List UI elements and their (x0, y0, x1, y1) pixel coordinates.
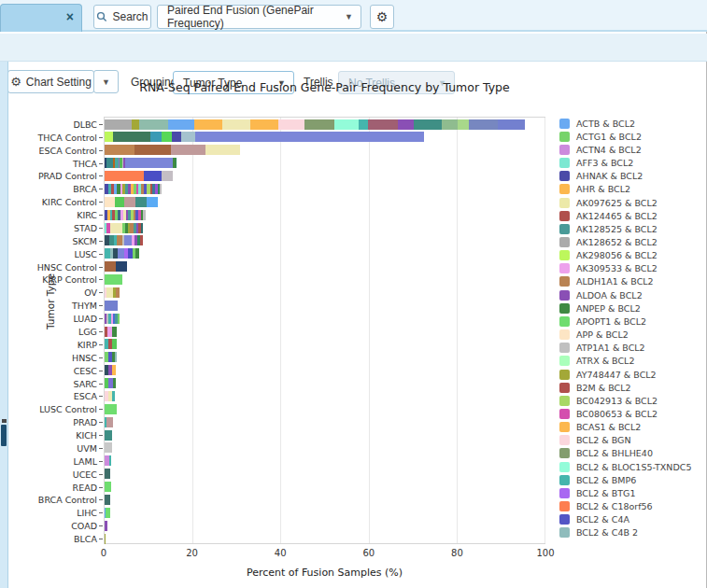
settings-button[interactable]: ⚙ (370, 5, 394, 29)
bar-segment[interactable] (171, 145, 206, 155)
bar-segment[interactable] (172, 132, 182, 142)
bar-esca[interactable] (105, 391, 544, 401)
bar-prad[interactable] (105, 417, 544, 427)
bar-segment[interactable] (106, 417, 113, 427)
bar-segment[interactable] (105, 482, 111, 492)
bar-segment[interactable] (162, 132, 172, 142)
bar-brca-control[interactable] (105, 495, 544, 505)
bar-cesc[interactable] (105, 365, 544, 375)
bar-dlbc[interactable] (105, 119, 544, 130)
bar-segment[interactable] (469, 119, 498, 130)
bar-segment[interactable] (115, 352, 117, 362)
chart-setting-button[interactable]: ⚙ Chart Setting (7, 70, 94, 93)
bar-segment[interactable] (105, 171, 144, 181)
bar-segment[interactable] (124, 235, 132, 245)
bar-segment[interactable] (106, 508, 110, 518)
bar-segment[interactable] (458, 119, 469, 130)
legend-item[interactable]: AFF3 & BCL2 (559, 156, 707, 169)
legend-item[interactable]: AK097625 & BCL2 (559, 196, 707, 209)
bar-read[interactable] (105, 482, 544, 492)
view-selector[interactable]: Paired End Fusion (GenePair Frequency) ▼ (157, 5, 361, 29)
bar-hnsc[interactable] (105, 352, 544, 362)
bar-segment[interactable] (205, 145, 239, 155)
bar-segment[interactable] (105, 442, 112, 453)
bar-segment[interactable] (278, 119, 304, 130)
legend-item[interactable]: BCL2 & C18orf56 (559, 500, 707, 513)
bar-segment[interactable] (498, 119, 525, 130)
bar-segment[interactable] (116, 261, 127, 272)
bar-sarc[interactable] (105, 378, 544, 388)
bar-ov[interactable] (105, 287, 544, 298)
bar-segment[interactable] (134, 145, 171, 155)
legend-item[interactable]: AK298056 & BCL2 (559, 249, 707, 262)
bar-ucec[interactable] (105, 469, 544, 479)
bar-kirc[interactable] (105, 210, 544, 220)
legend-item[interactable]: APP & BCL2 (559, 329, 707, 342)
bar-thym[interactable] (105, 301, 544, 311)
bar-segment[interactable] (147, 197, 158, 207)
legend-item[interactable]: BCL2 & C4A (559, 513, 707, 526)
bar-segment[interactable] (144, 171, 162, 181)
bar-segment[interactable] (168, 119, 194, 130)
bar-prad-control[interactable] (105, 171, 544, 181)
bar-thca[interactable] (105, 158, 544, 168)
bar-segment[interactable] (105, 469, 110, 479)
bar-segment[interactable] (398, 119, 414, 130)
bar-segment[interactable] (116, 287, 120, 298)
bar-segment[interactable] (359, 119, 368, 130)
bar-segment[interactable] (132, 119, 139, 130)
bar-segment[interactable] (368, 119, 398, 130)
bar-segment[interactable] (118, 248, 124, 259)
legend-item[interactable]: BCL2 & BMP6 (559, 473, 707, 486)
bar-lihc[interactable] (105, 508, 544, 518)
search-button[interactable]: Search (93, 5, 151, 29)
bar-segment[interactable] (150, 132, 162, 142)
bar-segment[interactable] (181, 132, 194, 142)
bar-segment[interactable] (250, 119, 278, 130)
legend-item[interactable]: AK309533 & BCL2 (559, 262, 707, 275)
bar-laml[interactable] (105, 455, 544, 466)
legend-item[interactable]: BCL2 & BGN (559, 434, 707, 447)
bar-kirp[interactable] (105, 339, 544, 349)
legend-item[interactable]: AHR & BCL2 (559, 183, 707, 196)
bar-segment[interactable] (118, 314, 120, 324)
legend-item[interactable]: BCL2 & BTG1 (559, 486, 707, 499)
legend-item[interactable]: AHNAK & BCL2 (559, 170, 707, 183)
legend-item[interactable]: AK124465 & BCL2 (559, 209, 707, 222)
bar-segment[interactable] (106, 287, 114, 298)
bar-segment[interactable] (194, 119, 223, 130)
bar-stad[interactable] (105, 223, 544, 233)
legend-item[interactable]: BCL2 & C4B 2 (559, 526, 707, 539)
bar-segment[interactable] (113, 132, 150, 142)
bar-coad[interactable] (105, 521, 544, 531)
bar-kirc-control[interactable] (105, 197, 544, 207)
legend-item[interactable]: AY748447 & BCL2 (559, 368, 707, 381)
bar-segment[interactable] (105, 261, 116, 272)
bar-segment[interactable] (162, 171, 174, 181)
bar-brca[interactable] (105, 184, 544, 194)
legend-item[interactable]: BCL2 & BLOC1S5-TXNDC5 (559, 460, 707, 473)
legend-item[interactable]: BC042913 & BCL2 (559, 394, 707, 407)
bar-segment[interactable] (105, 495, 110, 505)
bar-segment[interactable] (105, 301, 118, 311)
bar-segment[interactable] (112, 339, 117, 349)
bar-segment[interactable] (110, 223, 122, 233)
bar-luad[interactable] (105, 314, 544, 324)
bar-segment[interactable] (105, 119, 132, 130)
bar-segment[interactable] (135, 197, 147, 207)
bar-segment[interactable] (106, 158, 113, 168)
bar-kirp-control[interactable] (105, 274, 544, 285)
bar-segment[interactable] (105, 534, 106, 544)
bar-segment[interactable] (109, 455, 111, 466)
legend-item[interactable]: ATP1A1 & BCL2 (559, 342, 707, 355)
legend-item[interactable]: ACTG1 & BCL2 (559, 130, 707, 143)
bar-kich[interactable] (105, 430, 544, 441)
bar-segment[interactable] (442, 119, 458, 130)
bar-segment[interactable] (143, 210, 145, 220)
bar-segment[interactable] (113, 378, 116, 388)
bar-segment[interactable] (176, 158, 177, 168)
legend-item[interactable]: ANPEP & BCL2 (559, 301, 707, 315)
bar-hnsc-control[interactable] (105, 261, 544, 272)
bar-segment[interactable] (222, 119, 250, 130)
bar-segment[interactable] (115, 197, 124, 207)
